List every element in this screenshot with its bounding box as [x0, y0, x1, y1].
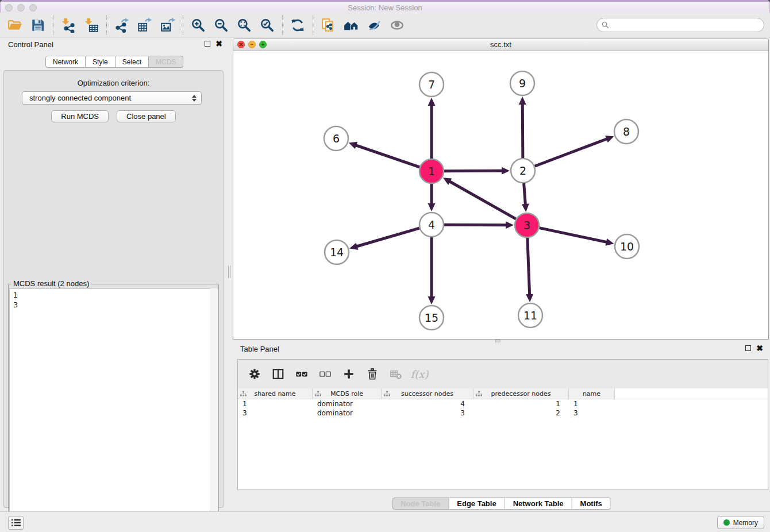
table-options-button[interactable] [247, 367, 262, 381]
table-cell[interactable]: 1 [473, 399, 569, 408]
graph-node-7[interactable]: 7 [419, 72, 444, 97]
zoom-out-icon [214, 18, 229, 33]
graph-edge-1-6[interactable] [349, 142, 419, 167]
graph-node-11[interactable]: 11 [518, 303, 542, 327]
zoom-selected-button[interactable] [256, 14, 279, 36]
control-panel-float-icon[interactable] [205, 41, 210, 47]
horizontal-splitter-handle[interactable] [495, 340, 500, 342]
graph-edge-3-1[interactable] [443, 178, 516, 219]
mcds-result-textarea[interactable]: 13 [9, 288, 218, 532]
table-cell[interactable]: 4 [382, 399, 473, 408]
column-header-MCDS-role[interactable]: MCDS role [313, 388, 382, 399]
zoom-in-button[interactable] [187, 14, 210, 36]
graph-edge-1-2[interactable] [444, 167, 510, 175]
table-cell[interactable]: 1 [569, 399, 615, 408]
birdseye-view-button[interactable] [386, 14, 409, 36]
tab-style[interactable]: Style [86, 56, 116, 68]
column-header-shared-name[interactable]: shared name [238, 388, 313, 399]
control-panel-title: Control Panel [8, 40, 53, 49]
memory-button[interactable]: Memory [717, 516, 764, 529]
graph-edge-2-8[interactable] [535, 136, 614, 166]
graph-node-6[interactable]: 6 [324, 126, 348, 151]
import-table-button[interactable] [80, 14, 103, 36]
export-network-button[interactable] [110, 14, 133, 36]
dropdown-updown-icon [192, 95, 199, 102]
graph-edge-3-11[interactable] [526, 238, 533, 302]
tab-edge-table[interactable]: Edge Table [449, 498, 505, 510]
graph-edge-4-14[interactable] [349, 228, 419, 250]
tab-mcds[interactable]: MCDS [149, 56, 183, 68]
node-table: shared nameMCDS rolesuccessor nodesprede… [238, 388, 768, 489]
graph-edge-1-7[interactable] [428, 98, 436, 159]
close-panel-button[interactable]: Close panel [117, 110, 176, 122]
table-cell[interactable]: dominator [313, 399, 382, 408]
graph-node-4[interactable]: 4 [419, 213, 444, 237]
graph-node-15[interactable]: 15 [419, 306, 444, 330]
graph-node-14[interactable]: 14 [325, 240, 349, 264]
show-column-panel-button[interactable] [271, 367, 286, 381]
result-scrollbar[interactable] [210, 288, 218, 532]
table-panel-close-icon[interactable]: ✖ [756, 345, 763, 351]
graph-edge-3-10[interactable] [540, 228, 614, 246]
table-cell[interactable]: 1 [238, 399, 313, 408]
table-panel-float-icon[interactable] [745, 345, 751, 351]
tab-node-table[interactable]: Node Table [392, 498, 449, 510]
export-image-button[interactable] [156, 14, 179, 36]
toolbar-separator [183, 16, 183, 35]
tab-motifs[interactable]: Motifs [572, 498, 611, 510]
vertical-splitter-handle[interactable] [228, 265, 231, 278]
unselect-all-columns-button[interactable] [318, 367, 333, 381]
tab-select[interactable]: Select [116, 56, 149, 68]
table-cell[interactable]: dominator [313, 408, 382, 418]
graph-edge-4-3[interactable] [444, 221, 514, 229]
column-header-name[interactable]: name [569, 388, 615, 399]
table-cell[interactable]: 3 [238, 408, 313, 418]
graph-edge-4-15[interactable] [428, 237, 436, 304]
function-builder-button[interactable]: f(x) [412, 367, 427, 381]
apply-layout-button[interactable] [286, 14, 309, 36]
open-session-button[interactable] [3, 14, 26, 36]
delete-columns-button[interactable] [365, 367, 380, 381]
column-header-predecessor-nodes[interactable]: predecessor nodes [473, 388, 569, 399]
search-input[interactable] [612, 21, 759, 29]
graph-node-1[interactable]: 1 [419, 159, 444, 183]
zoom-fit-button[interactable] [233, 14, 256, 36]
graph-edge-2-9[interactable] [519, 97, 526, 158]
svg-text:7: 7 [428, 78, 435, 91]
zoom-out-button[interactable] [210, 14, 233, 36]
table-cell[interactable]: 2 [473, 408, 569, 418]
control-panel-close-icon[interactable]: ✖ [215, 41, 222, 47]
criterion-dropdown[interactable]: strongly connected component [22, 91, 202, 105]
run-mcds-button[interactable]: Run MCDS [51, 110, 109, 122]
graph-edge-2-3[interactable] [522, 183, 529, 212]
network-window-titlebar[interactable]: ✕ − + scc.txt [233, 38, 768, 51]
network-canvas[interactable]: 7968124314101511 [233, 51, 768, 339]
tab-network[interactable]: Network [45, 56, 86, 68]
clone-network-button[interactable] [317, 14, 340, 36]
create-column-button[interactable] [341, 367, 356, 381]
task-history-button[interactable] [8, 516, 24, 530]
graph-node-8[interactable]: 8 [614, 119, 638, 144]
table-panel-window-buttons: ✖ [745, 345, 763, 351]
clone-network-icon [321, 18, 336, 33]
graph-edge-1-4[interactable] [428, 184, 436, 211]
graph-node-10[interactable]: 10 [615, 234, 639, 259]
graph-node-9[interactable]: 9 [510, 71, 534, 95]
export-table-button[interactable] [133, 14, 156, 36]
column-header-successor-nodes[interactable]: successor nodes [382, 388, 473, 399]
save-session-button[interactable] [26, 14, 49, 36]
plus-icon [342, 368, 355, 380]
search-box[interactable] [596, 18, 764, 32]
hide-graphics-details-button[interactable] [363, 14, 386, 36]
graph-node-3[interactable]: 3 [515, 213, 539, 237]
window-titlebar[interactable]: Session: New Session [0, 0, 770, 13]
table-cell[interactable]: 3 [382, 408, 473, 418]
graph-node-2[interactable]: 2 [511, 159, 535, 183]
network-graph-svg[interactable]: 7968124314101511 [233, 51, 768, 339]
select-all-columns-button[interactable] [294, 367, 309, 381]
tab-network-table[interactable]: Network Table [505, 498, 572, 510]
import-network-button[interactable] [57, 14, 80, 36]
first-neighbors-button[interactable] [340, 14, 363, 36]
table-cell[interactable]: 3 [569, 408, 615, 418]
delete-table-button[interactable] [388, 367, 403, 381]
